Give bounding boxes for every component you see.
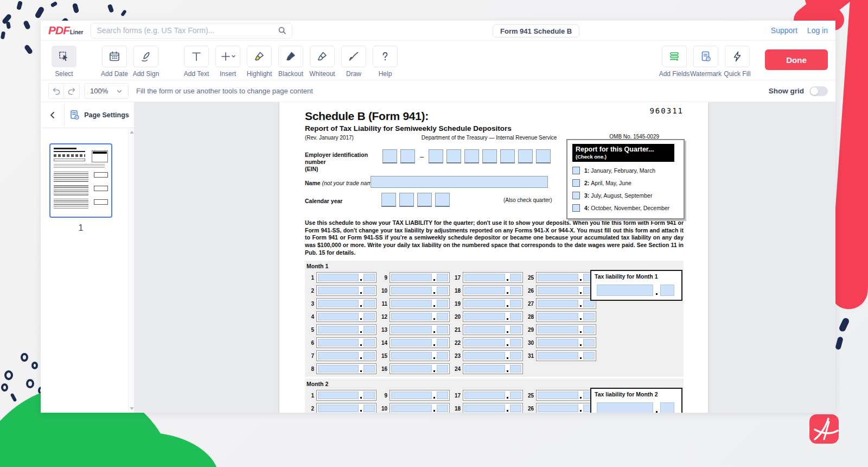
blackout-tool[interactable]: Blackout: [275, 46, 307, 78]
undo-button[interactable]: [48, 83, 64, 99]
add-date-tool[interactable]: Add Date: [99, 46, 130, 78]
day-amount-field[interactable]: [536, 390, 596, 401]
ein-box[interactable]: [382, 149, 397, 163]
ein-box[interactable]: [429, 149, 443, 163]
ein-box[interactable]: [446, 149, 461, 163]
day-amount-field[interactable]: [390, 390, 450, 401]
paint-speck: [23, 20, 31, 30]
day-amount-field[interactable]: [316, 337, 376, 348]
support-link[interactable]: Support: [771, 26, 797, 35]
ein-box[interactable]: [500, 149, 515, 163]
done-button[interactable]: Done: [765, 49, 828, 70]
zoom-select[interactable]: 100%: [84, 83, 129, 99]
day-amount-field[interactable]: [536, 311, 596, 322]
scroll-up-arrow[interactable]: [130, 131, 134, 134]
day-amount-field[interactable]: [463, 390, 523, 401]
day-amount-field[interactable]: [390, 272, 450, 283]
calendar-year-box[interactable]: [435, 193, 450, 207]
tax-amount-field[interactable]: [597, 285, 653, 296]
pdfliner-logo[interactable]: PDF Liner: [48, 24, 83, 37]
collapse-sidebar-button[interactable]: [41, 102, 65, 128]
redo-button[interactable]: [64, 83, 80, 99]
page-settings-button[interactable]: Page Settings: [65, 102, 134, 128]
day-amount-field[interactable]: [536, 272, 596, 283]
draw-tool[interactable]: Draw: [338, 46, 369, 78]
day-amount-field[interactable]: [463, 324, 523, 335]
sidebar-scrollbar[interactable]: [128, 128, 134, 413]
quarter-checkbox[interactable]: [572, 167, 580, 174]
day-amount-field[interactable]: [463, 285, 523, 296]
day-amount-field[interactable]: [316, 324, 376, 335]
page-number[interactable]: 1: [49, 223, 112, 233]
day-amount-field[interactable]: [536, 285, 596, 296]
day-amount-field[interactable]: [390, 350, 450, 361]
day-amount-field[interactable]: [463, 337, 523, 348]
day-amount-field[interactable]: [316, 390, 376, 401]
day-number: 24: [453, 366, 461, 372]
quarter-checkbox[interactable]: [572, 179, 580, 187]
day-amount-field[interactable]: [536, 350, 596, 361]
day-amount-field[interactable]: [463, 403, 523, 413]
search-box[interactable]: [91, 23, 292, 39]
day-amount-field[interactable]: [316, 298, 376, 309]
day-number: 20: [453, 314, 461, 320]
day-amount-field[interactable]: [536, 337, 596, 348]
ein-box[interactable]: [482, 149, 497, 163]
tax-cents-field[interactable]: [660, 402, 674, 413]
tax-amount-field[interactable]: [597, 402, 653, 413]
day-number: 10: [380, 288, 387, 294]
name-input[interactable]: [371, 176, 548, 188]
quarter-checkbox[interactable]: [572, 192, 580, 199]
add-text-tool[interactable]: Add Text: [181, 46, 212, 78]
day-amount-field[interactable]: [390, 337, 450, 348]
search-icon[interactable]: [278, 26, 286, 35]
watermark-tool[interactable]: Watermark: [690, 46, 722, 78]
day-amount-field[interactable]: [316, 272, 376, 283]
login-link[interactable]: Log in: [807, 26, 828, 35]
add-fields-tool[interactable]: Add Fields: [659, 46, 690, 78]
page-thumbnail[interactable]: [49, 143, 112, 218]
select-tool[interactable]: Select: [48, 46, 80, 78]
day-amount-field[interactable]: [463, 311, 523, 322]
ein-box[interactable]: [464, 149, 479, 163]
day-amount-field[interactable]: [316, 311, 376, 322]
insert-tool[interactable]: Insert: [212, 46, 244, 78]
whiteout-tool[interactable]: Whiteout: [307, 46, 338, 78]
day-amount-field[interactable]: [316, 285, 376, 296]
calendar-year-box[interactable]: [381, 193, 396, 207]
quarter-option: 1:January, February, March: [572, 167, 684, 174]
day-amount-field[interactable]: [536, 403, 596, 413]
day-amount-field[interactable]: [390, 311, 450, 322]
day-amount-field[interactable]: [316, 350, 376, 361]
thumb-month-grid: [54, 172, 108, 182]
ein-box[interactable]: [400, 149, 415, 163]
day-amount-field[interactable]: [390, 403, 450, 413]
search-input[interactable]: [97, 26, 278, 35]
day-amount-field[interactable]: [463, 350, 523, 361]
day-amount-field[interactable]: [463, 363, 523, 374]
calendar-year-box[interactable]: [417, 193, 432, 207]
day-amount-field[interactable]: [390, 298, 450, 309]
day-amount-field[interactable]: [390, 324, 450, 335]
day-amount-field[interactable]: [463, 272, 523, 283]
day-amount-field[interactable]: [536, 298, 596, 309]
tax-cents-field[interactable]: [660, 285, 674, 296]
day-amount-field[interactable]: [390, 363, 450, 374]
ein-box[interactable]: [536, 149, 551, 163]
day-amount-field[interactable]: [463, 298, 523, 309]
day-amount-field[interactable]: [536, 324, 596, 335]
quarter-box-header: Report for this Quarter... (Check one.): [572, 144, 674, 162]
highlight-tool[interactable]: Highlight: [244, 46, 275, 78]
day-amount-field[interactable]: [316, 363, 376, 374]
day-amount-field[interactable]: [390, 285, 450, 296]
help-tool[interactable]: Help: [369, 46, 401, 78]
quick-fill-tool[interactable]: Quick Fill: [722, 46, 753, 78]
scroll-down-arrow[interactable]: [130, 407, 134, 410]
add-sign-tool[interactable]: Add Sign: [130, 46, 162, 78]
ein-box[interactable]: [518, 149, 533, 163]
day-amount-field[interactable]: [316, 403, 376, 413]
tool-label: Whiteout: [309, 70, 335, 78]
quarter-checkbox[interactable]: [572, 204, 580, 212]
show-grid-toggle[interactable]: [809, 86, 828, 96]
calendar-year-box[interactable]: [399, 193, 414, 207]
